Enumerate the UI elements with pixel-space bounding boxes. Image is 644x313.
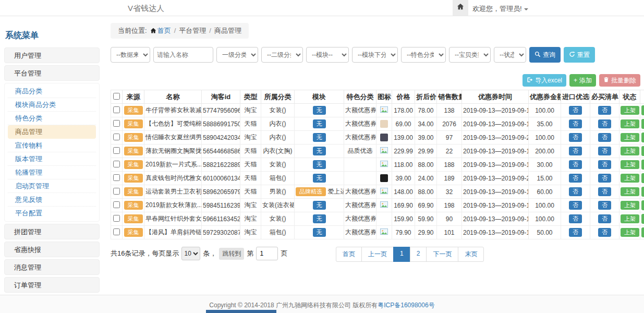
- add-button[interactable]: + 添加: [569, 74, 596, 87]
- select-all-checkbox[interactable]: [113, 93, 120, 100]
- sidebar-item-商品管理[interactable]: 商品管理: [8, 125, 96, 139]
- pager-button-末页[interactable]: 末页: [458, 247, 484, 262]
- row-checkbox[interactable]: [113, 161, 120, 167]
- sidebar-item-启动页管理[interactable]: 启动页管理: [8, 179, 96, 193]
- must-buy-toggle[interactable]: 否: [598, 214, 611, 223]
- imported-toggle[interactable]: 否: [569, 119, 582, 128]
- sidebar-item-宣传物料[interactable]: 宣传物料: [8, 139, 96, 152]
- status-toggle[interactable]: 上架: [621, 160, 639, 169]
- batch-delete-button[interactable]: 批量删除: [599, 74, 640, 87]
- sidebar-section-拼团管理[interactable]: 拼团管理: [4, 224, 100, 239]
- imported-toggle[interactable]: 否: [569, 160, 582, 169]
- feature-category: 大额优惠券: [344, 226, 376, 239]
- user-menu[interactable]: 欢迎您，管理员!: [472, 4, 528, 14]
- must-buy-toggle[interactable]: 否: [598, 147, 611, 155]
- must-buy-toggle[interactable]: 否: [598, 133, 611, 142]
- pager-button-首页[interactable]: 首页: [336, 247, 362, 262]
- imported-toggle[interactable]: 否: [569, 174, 582, 183]
- sidebar-item-意见反馈[interactable]: 意见反馈: [8, 193, 96, 207]
- row-checkbox[interactable]: [113, 174, 120, 181]
- breadcrumb-home-link[interactable]: 首页: [157, 27, 171, 34]
- status-toggle[interactable]: 上架: [621, 201, 639, 210]
- row-checkbox[interactable]: [113, 134, 120, 140]
- must-buy-toggle[interactable]: 否: [598, 201, 611, 210]
- imported-toggle[interactable]: 否: [569, 228, 582, 237]
- jump-button[interactable]: 跳转到: [219, 248, 244, 260]
- edit-button[interactable]: [641, 160, 644, 170]
- table-row: 采集牛仔背带裤女秋装减龄...577479560965淘宝女装()无大额优惠券1…: [111, 104, 644, 117]
- search-button[interactable]: 查询: [529, 47, 561, 63]
- reset-button[interactable]: 重置: [564, 47, 595, 63]
- status-toggle[interactable]: 上架: [621, 228, 639, 237]
- imported-toggle[interactable]: 否: [569, 133, 582, 142]
- must-buy-toggle[interactable]: 否: [598, 119, 611, 128]
- status-toggle[interactable]: 上架: [621, 174, 639, 183]
- row-checkbox[interactable]: [113, 188, 120, 195]
- imported-toggle[interactable]: 否: [569, 201, 582, 210]
- imported-toggle[interactable]: 否: [569, 214, 582, 223]
- sidebar-item-版本管理[interactable]: 版本管理: [8, 152, 96, 166]
- pager-button-上一页[interactable]: 上一页: [361, 247, 394, 262]
- pager-button-下一页[interactable]: 下一页: [426, 247, 458, 262]
- item-type-select[interactable]: --宝贝类型--: [449, 47, 491, 63]
- edit-button[interactable]: [641, 187, 644, 197]
- module-select[interactable]: --模块--: [306, 47, 349, 63]
- edit-button[interactable]: [641, 214, 644, 224]
- row-checkbox[interactable]: [113, 201, 120, 208]
- row-checkbox[interactable]: [113, 106, 120, 113]
- sidebar-section-订单管理[interactable]: 订单管理: [4, 277, 100, 293]
- sidebar-item-模块商品分类[interactable]: 模块商品分类: [8, 98, 96, 112]
- row-checkbox[interactable]: [113, 120, 120, 127]
- edit-button[interactable]: [641, 173, 644, 183]
- imported-toggle[interactable]: 否: [569, 106, 582, 115]
- pager-button-1[interactable]: 1: [393, 247, 410, 262]
- must-buy-toggle[interactable]: 否: [598, 187, 611, 196]
- data-source-select[interactable]: --数据来源--: [111, 47, 150, 63]
- status-toggle[interactable]: 上架: [621, 214, 639, 223]
- status-select[interactable]: --状态--: [494, 47, 526, 63]
- must-buy-toggle[interactable]: 否: [598, 160, 611, 169]
- sidebar-section-平台管理[interactable]: 平台管理: [4, 65, 100, 81]
- sidebar-section-用户管理[interactable]: 用户管理: [4, 47, 100, 63]
- price: 159.90: [392, 212, 415, 226]
- edit-button[interactable]: [641, 119, 644, 129]
- level2-category-select[interactable]: --二级分类--: [261, 47, 303, 63]
- edit-button[interactable]: [641, 146, 644, 156]
- pager-button-2[interactable]: 2: [410, 247, 427, 262]
- sidebar-item-特色分类[interactable]: 特色分类: [8, 112, 96, 125]
- sidebar-item-轮播管理[interactable]: 轮播管理: [8, 166, 96, 179]
- sidebar-item-商品分类[interactable]: 商品分类: [8, 85, 96, 98]
- row-checkbox[interactable]: [113, 147, 120, 154]
- category: 男装(): [261, 185, 295, 199]
- must-buy-toggle[interactable]: 否: [598, 174, 611, 183]
- module-sub-category-select[interactable]: --模块下分类--: [352, 47, 398, 63]
- name-input[interactable]: [153, 47, 213, 63]
- sidebar-section-省惠快报[interactable]: 省惠快报: [4, 242, 100, 257]
- sidebar-item-平台配置[interactable]: 平台配置: [8, 207, 96, 220]
- status-toggle[interactable]: 上架: [621, 133, 639, 142]
- home-button[interactable]: [453, 0, 468, 16]
- edit-button[interactable]: [641, 227, 644, 237]
- status-toggle[interactable]: 上架: [621, 147, 639, 155]
- row-checkbox[interactable]: [113, 228, 120, 235]
- status-toggle[interactable]: 上架: [621, 106, 639, 115]
- must-buy-toggle[interactable]: 否: [598, 228, 611, 237]
- sidebar-section-消息管理[interactable]: 消息管理: [4, 259, 100, 275]
- page-number-input[interactable]: [256, 247, 278, 260]
- product-thumbnail: [380, 120, 388, 128]
- imported-toggle[interactable]: 否: [569, 147, 582, 155]
- icp-link[interactable]: 粤ICP备16098006号: [378, 302, 434, 309]
- status-toggle[interactable]: 上架: [621, 187, 639, 196]
- row-checkbox[interactable]: [113, 215, 120, 222]
- must-buy-toggle[interactable]: 否: [598, 106, 611, 115]
- edit-button[interactable]: [641, 105, 644, 115]
- per-page-select[interactable]: 10: [181, 247, 200, 260]
- edit-button[interactable]: [641, 200, 644, 210]
- feature-category-select[interactable]: --特色分类--: [401, 47, 446, 63]
- column-header-折后价: 折后价: [415, 90, 437, 104]
- status-toggle[interactable]: 上架: [621, 119, 639, 128]
- level1-category-select[interactable]: 一级分类: [216, 47, 258, 63]
- imported-toggle[interactable]: 否: [569, 187, 582, 196]
- edit-button[interactable]: [641, 133, 644, 142]
- import-excel-button[interactable]: 导入excel: [523, 74, 566, 87]
